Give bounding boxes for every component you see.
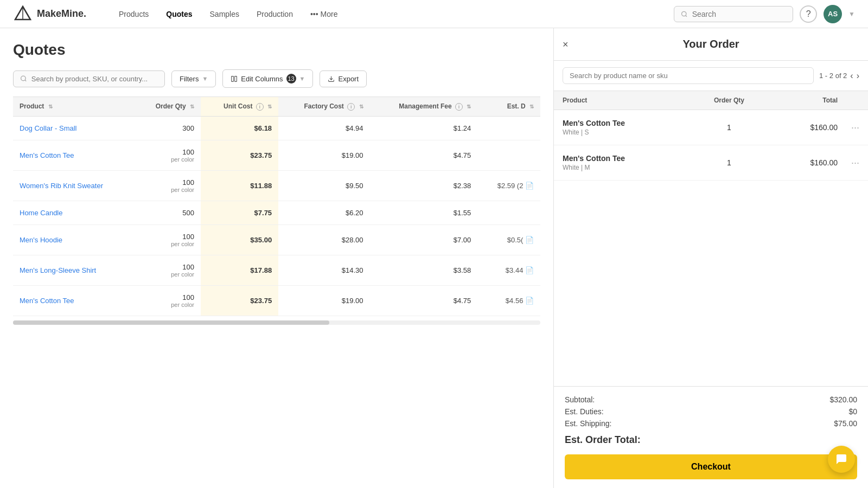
- subtotal-label: Subtotal:: [565, 395, 595, 404]
- table-row: Home Candle 500 $7.75 $6.20 $1.55: [13, 201, 540, 224]
- page-title: Quotes: [13, 41, 540, 59]
- table-search-input[interactable]: [31, 75, 158, 83]
- qty-cell: 500: [135, 201, 201, 224]
- edit-columns-button[interactable]: Edit Columns 13 ▼: [222, 69, 313, 88]
- order-title: Your Order: [682, 38, 739, 50]
- factory-cost-cell: $28.00: [278, 224, 369, 255]
- svg-line-4: [686, 15, 687, 16]
- toolbar: Filters ▼ Edit Columns 13 ▼ Export: [13, 69, 540, 88]
- chat-icon: [835, 453, 848, 466]
- order-table-header: Product Order Qty Total: [554, 91, 868, 110]
- order-col-qty: Order Qty: [697, 97, 762, 104]
- table-row: Men's Hoodie 100 per color $35.00 $28.00…: [13, 224, 540, 255]
- qty-cell: 100 per color: [135, 255, 201, 285]
- est-d-cell: $3.44 📄: [477, 255, 540, 285]
- checkout-button[interactable]: Checkout: [565, 454, 857, 479]
- col-order-qty[interactable]: Order Qty ⇅: [135, 97, 201, 117]
- nav-samples[interactable]: Samples: [203, 7, 246, 22]
- nav-products[interactable]: Products: [112, 7, 155, 22]
- col-est-d[interactable]: Est. D ⇅: [477, 97, 540, 117]
- search-bar[interactable]: [13, 70, 165, 87]
- prev-page-button[interactable]: ‹: [850, 71, 853, 81]
- shipping-label: Est. Shipping:: [565, 419, 611, 428]
- factory-cost-cell: $14.30: [278, 255, 369, 285]
- item-variant: White | M: [563, 164, 697, 171]
- col-management-fee[interactable]: Management Fee i ⇅: [370, 97, 478, 117]
- nav-search-input[interactable]: [692, 10, 786, 18]
- search-icon: [681, 10, 688, 18]
- horizontal-scrollbar[interactable]: [13, 320, 540, 325]
- product-cell: Men's Hoodie: [13, 224, 135, 255]
- nav-right: ? AS ▼: [674, 5, 855, 23]
- svg-point-5: [21, 76, 26, 81]
- col-factory-cost[interactable]: Factory Cost i ⇅: [278, 97, 369, 117]
- order-items-list: Men's Cotton Tee White | S 1 $160.00 ···…: [554, 110, 868, 386]
- unit-cost-info-icon[interactable]: i: [256, 103, 264, 111]
- order-search-input[interactable]: [563, 67, 814, 84]
- quotes-panel: Quotes Filters ▼ Edit Columns 13 ▼ Expor…: [0, 28, 553, 488]
- factory-cost-info-icon[interactable]: i: [347, 103, 355, 111]
- product-link[interactable]: Men's Cotton Tee: [20, 151, 74, 159]
- quotes-table-wrapper: Product ⇅ Order Qty ⇅ Unit Cost i ⇅ Fact…: [13, 97, 540, 325]
- filters-button[interactable]: Filters ▼: [171, 70, 216, 87]
- svg-line-6: [25, 80, 26, 81]
- chat-bubble[interactable]: [828, 446, 855, 473]
- item-total: $160.00: [762, 123, 838, 132]
- avatar-chevron[interactable]: ▼: [848, 10, 855, 18]
- unit-cost-cell: $7.75: [201, 201, 278, 224]
- mgmt-fee-cell: $4.75: [370, 140, 478, 170]
- main-container: Quotes Filters ▼ Edit Columns 13 ▼ Expor…: [0, 28, 868, 488]
- product-link[interactable]: Dog Collar - Small: [20, 124, 76, 132]
- export-button[interactable]: Export: [320, 70, 367, 87]
- product-cell: Men's Cotton Tee: [13, 140, 135, 170]
- table-row: Men's Cotton Tee 100 per color $23.75 $1…: [13, 140, 540, 170]
- product-link[interactable]: Home Candle: [20, 209, 63, 217]
- nav-links: Products Quotes Samples Production ••• M…: [112, 7, 344, 22]
- factory-cost-cell: $19.00: [278, 285, 369, 316]
- nav-quotes[interactable]: Quotes: [159, 7, 199, 22]
- factory-cost-cell: $19.00: [278, 140, 369, 170]
- item-variant: White | S: [563, 129, 697, 136]
- doc-icon[interactable]: 📄: [525, 266, 534, 274]
- product-link[interactable]: Men's Long-Sleeve Shirt: [20, 266, 96, 274]
- factory-cost-cell: $6.20: [278, 201, 369, 224]
- est-d-cell: [477, 140, 540, 170]
- svg-point-3: [682, 11, 686, 16]
- mgmt-fee-info-icon[interactable]: i: [455, 103, 463, 111]
- help-icon[interactable]: ?: [800, 5, 817, 23]
- doc-icon[interactable]: 📄: [525, 182, 534, 190]
- logo[interactable]: MakeMine.: [13, 4, 86, 24]
- next-page-button[interactable]: ›: [857, 71, 859, 81]
- doc-icon[interactable]: 📄: [525, 297, 534, 305]
- qty-cell: 100 per color: [135, 224, 201, 255]
- col-product[interactable]: Product ⇅: [13, 97, 135, 117]
- item-name: Men's Cotton Tee: [563, 119, 697, 127]
- nav-production[interactable]: Production: [250, 7, 299, 22]
- avatar[interactable]: AS: [824, 5, 842, 23]
- est-d-cell: $4.56 📄: [477, 285, 540, 316]
- item-details: Men's Cotton Tee White | M: [563, 154, 697, 171]
- table-row: Women's Rib Knit Sweater 100 per color $…: [13, 170, 540, 201]
- nav-more[interactable]: ••• More: [304, 7, 344, 22]
- svg-rect-7: [232, 76, 234, 81]
- unit-cost-cell: $23.75: [201, 285, 278, 316]
- pagination: 1 - 2 of 2 ‹ ›: [819, 71, 859, 81]
- order-col-total: Total: [762, 97, 838, 104]
- close-order-button[interactable]: ×: [563, 38, 569, 50]
- quotes-table: Product ⇅ Order Qty ⇅ Unit Cost i ⇅ Fact…: [13, 97, 540, 316]
- col-unit-cost[interactable]: Unit Cost i ⇅: [201, 97, 278, 117]
- shipping-row: Est. Shipping: $75.00: [565, 419, 857, 428]
- nav-search[interactable]: [674, 6, 793, 22]
- est-d-cell: $0.5( 📄: [477, 224, 540, 255]
- product-link[interactable]: Women's Rib Knit Sweater: [20, 182, 103, 190]
- product-link[interactable]: Men's Hoodie: [20, 236, 62, 244]
- product-cell: Men's Long-Sleeve Shirt: [13, 255, 135, 285]
- item-more-button[interactable]: ···: [838, 122, 859, 133]
- total-label: Est. Order Total:: [565, 434, 641, 446]
- edit-columns-chevron: ▼: [299, 75, 305, 82]
- item-more-button[interactable]: ···: [838, 157, 859, 169]
- order-summary: Subtotal: $320.00 Est. Duties: $0 Est. S…: [554, 386, 868, 488]
- doc-icon[interactable]: 📄: [525, 236, 534, 244]
- product-link[interactable]: Men's Cotton Tee: [20, 297, 74, 305]
- qty-cell: 100 per color: [135, 140, 201, 170]
